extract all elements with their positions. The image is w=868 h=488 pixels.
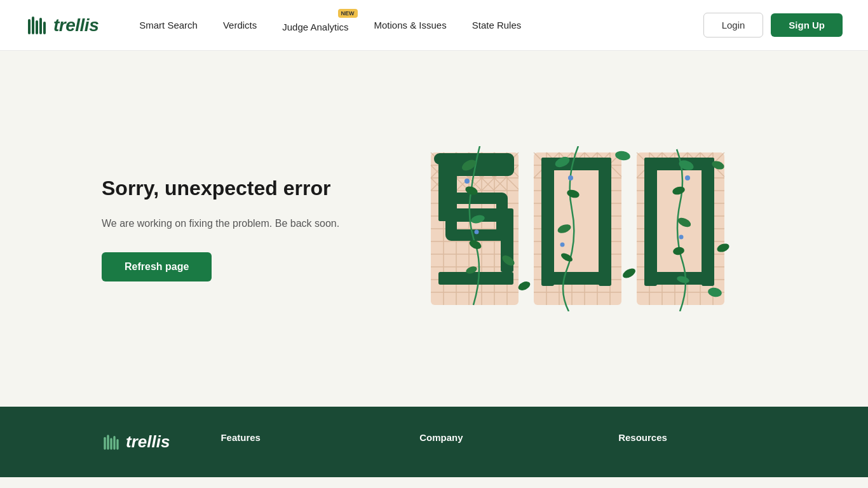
svg-rect-53 (438, 272, 513, 285)
svg-rect-86 (541, 158, 554, 286)
error-illustration (390, 146, 766, 311)
error-text-section: Sorry, unexpected error We are working o… (102, 176, 339, 281)
footer-company-col: Company (419, 432, 567, 448)
main-nav: Smart Search Verdicts Judge Analytics NE… (129, 13, 703, 37)
footer-resources-title: Resources (618, 432, 766, 443)
svg-point-142 (685, 175, 690, 180)
svg-rect-153 (110, 438, 112, 449)
svg-point-135 (568, 175, 573, 180)
svg-rect-4 (43, 22, 46, 34)
svg-rect-1 (32, 17, 34, 34)
main-content: Sorry, unexpected error We are working o… (0, 51, 868, 407)
nav-item-verdicts[interactable]: Verdicts (213, 15, 267, 36)
svg-rect-88 (554, 170, 599, 272)
svg-rect-121 (644, 158, 657, 286)
svg-rect-87 (599, 158, 611, 286)
signup-button[interactable]: Sign Up (771, 13, 843, 37)
svg-rect-0 (28, 19, 31, 34)
svg-rect-2 (36, 20, 38, 34)
footer-logo-icon (102, 433, 121, 452)
nav-item-judge-analytics[interactable]: Judge Analytics NEW (272, 13, 358, 37)
svg-point-147 (621, 266, 637, 280)
svg-point-145 (517, 280, 531, 292)
refresh-page-button[interactable]: Refresh page (102, 252, 212, 281)
svg-point-136 (560, 243, 565, 247)
nav-item-smart-search[interactable]: Smart Search (129, 15, 208, 36)
error-title: Sorry, unexpected error (102, 176, 339, 200)
footer-logo-text: trellis (126, 432, 170, 452)
footer-company-title: Company (419, 432, 567, 443)
site-header: trellis Smart Search Verdicts Judge Anal… (0, 0, 868, 51)
svg-rect-122 (702, 158, 714, 286)
nav-item-motions-issues[interactable]: Motions & Issues (364, 15, 457, 36)
footer-logo: trellis (102, 432, 170, 452)
svg-rect-154 (113, 436, 115, 450)
svg-point-143 (679, 235, 684, 240)
error-description: We are working on fixing the problem. Be… (102, 215, 339, 232)
500-graphic (426, 146, 731, 311)
svg-point-129 (465, 179, 470, 184)
svg-rect-155 (116, 439, 118, 450)
svg-rect-3 (39, 18, 42, 34)
new-badge: NEW (338, 9, 358, 18)
site-footer: trellis Features Company Resources (0, 407, 868, 477)
logo-link[interactable]: trellis (25, 14, 98, 37)
header-actions: Login Sign Up (703, 13, 843, 37)
login-button[interactable]: Login (703, 13, 764, 37)
footer-features-col: Features (220, 432, 369, 448)
footer-resources-col: Resources (618, 432, 766, 448)
svg-rect-152 (107, 435, 109, 449)
footer-features-title: Features (220, 432, 369, 443)
svg-point-130 (475, 230, 479, 234)
svg-rect-151 (104, 437, 105, 449)
nav-item-state-rules[interactable]: State Rules (462, 15, 532, 36)
logo-icon (25, 14, 48, 37)
logo-text: trellis (53, 15, 98, 36)
